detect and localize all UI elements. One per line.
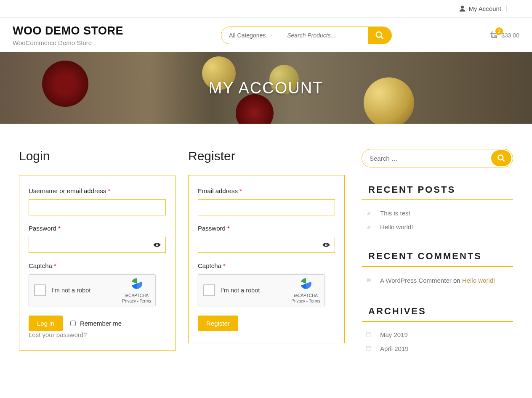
register-button[interactable]: Register (198, 316, 238, 331)
remember-me[interactable]: Remember me (70, 320, 122, 327)
search-input[interactable] (281, 32, 368, 39)
login-password-label: Password * (29, 225, 166, 232)
comment-post-link[interactable]: Hello world! (462, 277, 495, 284)
register-heading: Register (188, 149, 345, 163)
remember-label: Remember me (80, 320, 122, 327)
comment-icon (366, 278, 372, 284)
archives-title: ARCHIVES (362, 306, 513, 322)
email-input[interactable] (198, 199, 335, 215)
hero-banner: MY ACCOUNT (0, 52, 532, 124)
login-form: Username or email address * Password * C… (19, 175, 176, 351)
login-captcha-label: Captcha * (29, 262, 166, 269)
recaptcha-terms: Privacy - Terms (122, 298, 151, 304)
search-icon (497, 154, 505, 162)
register-password-label: Password * (198, 225, 335, 232)
leaf-icon (366, 210, 372, 216)
login-password-input[interactable] (29, 237, 166, 253)
login-recaptcha[interactable]: I'm not a robot reCAPTCHA Privacy - Term… (29, 274, 156, 306)
recaptcha-label: I'm not a robot (221, 287, 287, 294)
recaptcha-checkbox[interactable] (34, 284, 46, 296)
svg-point-0 (376, 32, 382, 37)
category-dropdown[interactable]: All Categories (221, 27, 281, 44)
sidebar-search-button[interactable] (491, 150, 511, 166)
register-captcha-label: Captcha * (198, 262, 335, 269)
recaptcha-logo-icon (299, 277, 313, 290)
register-password-input[interactable] (198, 237, 335, 253)
cart-count-badge: 2 (495, 27, 503, 35)
archive-item[interactable]: May 2019 (362, 328, 513, 342)
sidebar-search (362, 149, 513, 167)
site-title: WOO DEMO STORE (13, 24, 123, 37)
leaf-icon (366, 224, 372, 230)
login-heading: Login (19, 149, 176, 163)
recaptcha-brand: reCAPTCHA (291, 293, 320, 298)
chevron-down-icon (269, 33, 274, 38)
register-form: Email address * Password * Captcha * I'm… (188, 175, 345, 343)
category-label: All Categories (229, 32, 266, 39)
recaptcha-brand: reCAPTCHA (122, 293, 151, 298)
search-button[interactable] (368, 27, 391, 44)
archive-item[interactable]: April 2019 (362, 342, 513, 356)
login-button[interactable]: Log in (29, 316, 63, 331)
my-account-link[interactable]: My Account (459, 5, 507, 12)
site-subtitle: WooCommerce Demo Store (13, 39, 123, 46)
recaptcha-checkbox[interactable] (203, 284, 215, 296)
email-label: Email address * (198, 187, 335, 194)
archive-link: May 2019 (380, 331, 408, 338)
lost-password-link[interactable]: Lost your password? (29, 331, 87, 338)
recent-post-item[interactable]: This is test (362, 206, 513, 220)
recent-post-item[interactable]: Hello world! (362, 220, 513, 234)
recent-comment-item: A WordPress Commenter on Hello world! (362, 273, 513, 289)
calendar-icon (366, 345, 372, 351)
recent-posts-title: RECENT POSTS (362, 184, 513, 200)
svg-rect-14 (367, 347, 371, 350)
recent-comments-title: RECENT COMMENTS (362, 251, 513, 267)
search-icon (375, 31, 384, 40)
comment-author-link[interactable]: A WordPress Commenter (380, 277, 452, 284)
cart-total: $33.00 (501, 32, 519, 39)
page-title: MY ACCOUNT (209, 79, 324, 97)
my-account-text: My Account (468, 5, 501, 12)
svg-rect-10 (367, 333, 371, 337)
username-label: Username or email address * (29, 187, 166, 194)
svg-line-9 (503, 159, 505, 162)
archive-link: April 2019 (380, 345, 409, 352)
svg-line-1 (381, 37, 383, 39)
username-input[interactable] (29, 199, 166, 215)
product-search: All Categories (221, 27, 392, 44)
sidebar-search-input[interactable] (362, 155, 490, 162)
post-link: This is test (380, 210, 410, 217)
svg-point-8 (498, 155, 503, 160)
user-icon (459, 5, 466, 12)
recaptcha-label: I'm not a robot (52, 287, 118, 294)
site-logo[interactable]: WOO DEMO STORE WooCommerce Demo Store (13, 24, 123, 46)
post-link: Hello world! (380, 223, 413, 231)
recaptcha-logo-icon (130, 277, 144, 290)
comment-on-text: on (452, 277, 462, 284)
calendar-icon (366, 332, 372, 337)
remember-checkbox[interactable] (70, 321, 76, 326)
register-recaptcha[interactable]: I'm not a robot reCAPTCHA Privacy - Term… (198, 274, 325, 306)
recaptcha-terms: Privacy - Terms (291, 298, 320, 304)
cart-link[interactable]: 2 $33.00 (489, 31, 519, 40)
